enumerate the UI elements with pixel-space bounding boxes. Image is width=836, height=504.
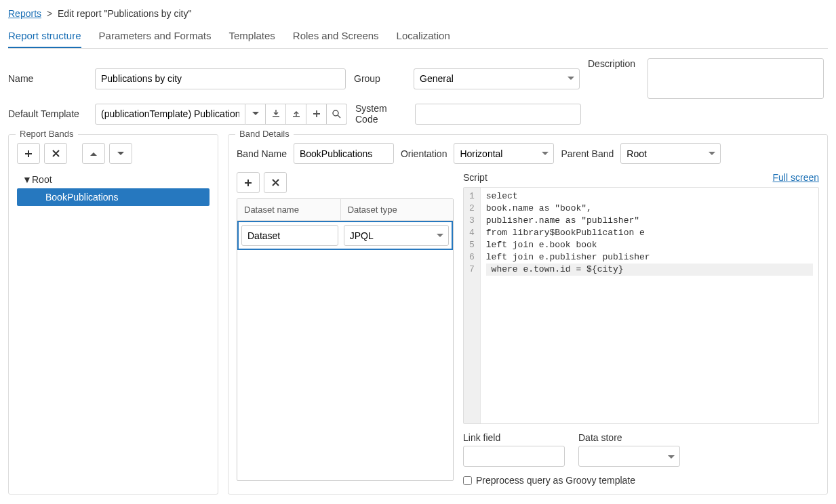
- band-name-input[interactable]: [294, 143, 394, 164]
- report-bands-legend: Report Bands: [16, 129, 78, 139]
- reports-link[interactable]: Reports: [8, 8, 41, 19]
- description-label: Description: [588, 58, 642, 69]
- band-name-label: Band Name: [237, 148, 287, 159]
- plus-icon: [313, 110, 321, 118]
- form-second-row: Default Template System Code: [8, 103, 828, 125]
- tab-parameters-formats[interactable]: Parameters and Formats: [99, 24, 212, 48]
- band-add-button[interactable]: [17, 143, 40, 164]
- link-field-input[interactable]: [463, 446, 565, 467]
- dataset-toolbar: [237, 172, 454, 193]
- tabs-bar: Report structure Parameters and Formats …: [8, 24, 828, 49]
- x-icon: [52, 150, 60, 157]
- script-editor[interactable]: 1234567 selectbook.name as "book",publis…: [463, 187, 819, 424]
- name-label: Name: [8, 73, 89, 84]
- template-search-button[interactable]: [327, 104, 347, 125]
- template-input[interactable]: [95, 104, 245, 125]
- chevron-down-icon: [252, 112, 259, 116]
- breadcrumb: Reports > Edit report "Publications by c…: [8, 8, 828, 19]
- tab-templates[interactable]: Templates: [228, 24, 275, 48]
- data-store-select[interactable]: [578, 446, 680, 467]
- script-column: Script Full screen 1234567 selectbook.na…: [463, 172, 819, 486]
- panels-container: Report Bands ▼ Root BookPublications: [8, 134, 828, 495]
- band-move-down-button[interactable]: [109, 143, 132, 164]
- caret-up-icon: [90, 152, 97, 156]
- dataset-remove-button[interactable]: [264, 172, 287, 193]
- report-bands-panel: Report Bands ▼ Root BookPublications: [8, 134, 218, 495]
- band-remove-button[interactable]: [44, 143, 67, 164]
- dataset-row[interactable]: JPQL: [237, 221, 453, 250]
- band-details-panel: Band Details Band Name Orientation Horiz…: [228, 134, 828, 495]
- col-dataset-type: Dataset type: [341, 199, 453, 220]
- band-details-top-row: Band Name Orientation Horizontal Parent …: [237, 143, 819, 164]
- tab-roles-screens[interactable]: Roles and Screens: [293, 24, 379, 48]
- group-label: Group: [354, 73, 408, 84]
- tree-root-node[interactable]: ▼ Root: [17, 171, 210, 188]
- bands-toolbar: [17, 143, 210, 164]
- group-select[interactable]: General: [414, 68, 580, 89]
- dataset-name-input[interactable]: [241, 225, 338, 246]
- col-dataset-name: Dataset name: [237, 199, 341, 220]
- data-store-label: Data store: [578, 432, 680, 443]
- orientation-label: Orientation: [401, 148, 447, 159]
- template-download-button[interactable]: [266, 104, 286, 125]
- breadcrumb-separator: >: [47, 8, 52, 19]
- script-header: Script Full screen: [463, 172, 819, 183]
- form-top: Name Group General Description: [8, 58, 828, 99]
- plus-icon: [244, 179, 252, 187]
- download-icon: [272, 110, 280, 118]
- search-icon: [332, 110, 341, 119]
- tree-child-label: BookPublications: [45, 192, 118, 203]
- dataset-add-button[interactable]: [237, 172, 260, 193]
- upload-icon: [292, 110, 300, 118]
- band-details-legend: Band Details: [235, 129, 294, 139]
- template-label: Default Template: [8, 108, 89, 119]
- preprocess-checkbox-row[interactable]: Preprocess query as Groovy template: [463, 475, 819, 486]
- script-gutter: 1234567: [464, 188, 481, 423]
- dataset-table: Dataset name Dataset type JPQL: [237, 198, 454, 481]
- bands-tree: ▼ Root BookPublications: [17, 171, 210, 206]
- svg-point-0: [333, 110, 338, 116]
- tree-child-bookpublications[interactable]: BookPublications: [17, 188, 210, 206]
- breadcrumb-current: Edit report "Publications by city": [58, 8, 191, 19]
- script-label: Script: [463, 172, 487, 183]
- fullscreen-link[interactable]: Full screen: [773, 172, 819, 183]
- x-icon: [272, 179, 279, 186]
- parent-band-select[interactable]: Root: [620, 143, 721, 164]
- syscode-label: System Code: [355, 103, 410, 125]
- dataset-column: Dataset name Dataset type JPQL: [237, 172, 454, 486]
- dataset-script-row: Dataset name Dataset type JPQL: [237, 172, 819, 486]
- description-input[interactable]: [648, 58, 824, 99]
- dataset-type-select[interactable]: JPQL: [344, 225, 449, 246]
- tab-report-structure[interactable]: Report structure: [8, 24, 81, 48]
- tree-root-label: Root: [32, 174, 52, 185]
- band-move-up-button[interactable]: [82, 143, 105, 164]
- template-upload-button[interactable]: [286, 104, 306, 125]
- syscode-input[interactable]: [415, 104, 581, 125]
- link-field-label: Link field: [463, 432, 565, 443]
- script-lines[interactable]: selectbook.name as "book",publisher.name…: [481, 188, 818, 423]
- preprocess-label: Preprocess query as Groovy template: [476, 475, 635, 486]
- tab-localization[interactable]: Localization: [397, 24, 450, 48]
- script-bottom-row: Link field Data store: [463, 432, 819, 468]
- template-add-button[interactable]: [306, 104, 327, 125]
- name-input[interactable]: [95, 68, 346, 89]
- preprocess-checkbox[interactable]: [463, 476, 472, 485]
- caret-down-icon: [117, 152, 124, 156]
- dataset-table-empty-area: [237, 250, 453, 480]
- dataset-table-header: Dataset name Dataset type: [237, 199, 453, 221]
- caret-down-icon: ▼: [22, 174, 32, 185]
- orientation-select[interactable]: Horizontal: [454, 143, 554, 164]
- plus-icon: [24, 150, 33, 158]
- template-dropdown-button[interactable]: [245, 104, 266, 125]
- parent-band-label: Parent Band: [561, 148, 614, 159]
